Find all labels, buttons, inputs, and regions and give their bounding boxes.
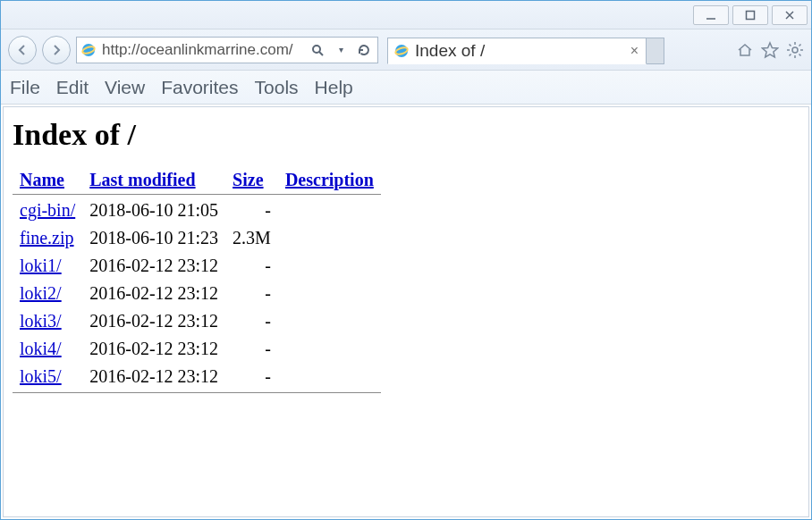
file-desc xyxy=(278,252,381,280)
search-icon xyxy=(311,44,324,56)
file-size: - xyxy=(225,307,278,335)
home-icon xyxy=(736,41,754,59)
table-row: loki1/ 2016-02-12 23:12 - xyxy=(13,252,381,280)
file-modified: 2016-02-12 23:12 xyxy=(82,252,225,280)
svg-marker-10 xyxy=(763,43,778,57)
file-desc xyxy=(278,363,381,390)
file-desc xyxy=(278,307,381,335)
col-name[interactable]: Name xyxy=(20,170,64,189)
back-arrow-icon xyxy=(15,43,30,57)
tools-button[interactable] xyxy=(786,41,804,59)
close-window-button[interactable] xyxy=(772,5,808,25)
file-modified: 2016-02-12 23:12 xyxy=(82,280,225,307)
maximize-button[interactable] xyxy=(732,5,768,25)
menu-bar: File Edit View Favorites Tools Help xyxy=(1,71,811,105)
url-dropdown-button[interactable]: ▾ xyxy=(331,40,351,60)
file-size: - xyxy=(225,280,278,307)
table-row: loki5/ 2016-02-12 23:12 - xyxy=(13,363,381,390)
toolbar-right xyxy=(736,41,804,59)
menu-file[interactable]: File xyxy=(10,77,40,98)
file-size: - xyxy=(225,335,278,363)
chevron-down-icon: ▾ xyxy=(339,45,343,55)
menu-help[interactable]: Help xyxy=(315,77,353,98)
directory-listing: Name Last modified Size Description cgi-… xyxy=(13,168,381,395)
file-link[interactable]: loki4/ xyxy=(20,339,62,358)
table-row: cgi-bin/ 2018-06-10 21:05 - xyxy=(13,197,381,224)
forward-button[interactable] xyxy=(42,36,71,64)
file-link[interactable]: loki5/ xyxy=(20,366,62,386)
home-button[interactable] xyxy=(736,41,754,59)
page-heading: Index of / xyxy=(13,118,799,152)
menu-edit[interactable]: Edit xyxy=(56,77,89,98)
page-content: Index of / Name Last modified Size Descr… xyxy=(3,106,809,517)
favorites-button[interactable] xyxy=(761,41,779,59)
menu-tools[interactable]: Tools xyxy=(255,77,299,98)
col-desc[interactable]: Description xyxy=(285,170,374,189)
tab-title: Index of / xyxy=(415,41,485,61)
minimize-icon xyxy=(705,9,717,21)
svg-point-6 xyxy=(313,46,320,53)
file-link[interactable]: loki1/ xyxy=(20,256,62,275)
file-size: - xyxy=(225,363,278,390)
ie-logo-icon xyxy=(80,42,97,58)
file-modified: 2016-02-12 23:12 xyxy=(82,335,225,363)
svg-point-11 xyxy=(792,47,798,53)
file-modified: 2016-02-12 23:12 xyxy=(82,307,225,335)
close-icon xyxy=(783,9,796,21)
menu-view[interactable]: View xyxy=(105,77,145,98)
file-link[interactable]: loki3/ xyxy=(20,311,62,331)
file-modified: 2018-06-10 21:23 xyxy=(82,224,225,252)
file-link[interactable]: cgi-bin/ xyxy=(20,200,75,220)
table-row: loki3/ 2016-02-12 23:12 - xyxy=(13,307,381,335)
ie-logo-icon xyxy=(393,43,410,59)
browser-window: ▾ Index of / × xyxy=(0,0,812,520)
tab-active[interactable]: Index of / × xyxy=(387,38,647,64)
col-size[interactable]: Size xyxy=(233,170,263,189)
file-desc xyxy=(278,335,381,363)
file-link[interactable]: fine.zip xyxy=(20,228,74,247)
table-row: loki4/ 2016-02-12 23:12 - xyxy=(13,335,381,363)
col-modified[interactable]: Last modified xyxy=(89,170,195,189)
address-bar: ▾ xyxy=(76,37,378,63)
table-row: loki2/ 2016-02-12 23:12 - xyxy=(13,280,381,307)
file-desc xyxy=(278,197,381,224)
search-button[interactable] xyxy=(308,40,327,60)
tab-bar: Index of / × xyxy=(387,36,723,64)
minimize-button[interactable] xyxy=(693,5,729,25)
table-row: fine.zip 2018-06-10 21:23 2.3M xyxy=(13,224,381,252)
refresh-button[interactable] xyxy=(354,40,374,60)
svg-rect-1 xyxy=(747,11,755,19)
file-modified: 2016-02-12 23:12 xyxy=(82,363,225,390)
menu-favorites[interactable]: Favorites xyxy=(161,77,238,98)
url-input[interactable] xyxy=(100,40,304,60)
star-icon xyxy=(761,41,779,59)
gear-icon xyxy=(786,41,804,59)
titlebar xyxy=(1,1,811,29)
file-desc xyxy=(278,280,381,307)
maximize-icon xyxy=(744,9,757,21)
forward-arrow-icon xyxy=(49,43,63,57)
nav-toolbar: ▾ Index of / × xyxy=(1,29,811,71)
file-desc xyxy=(278,224,381,252)
file-size: - xyxy=(225,252,278,280)
tab-close-button[interactable]: × xyxy=(630,43,639,59)
back-button[interactable] xyxy=(8,36,37,64)
file-modified: 2018-06-10 21:05 xyxy=(82,197,225,224)
file-link[interactable]: loki2/ xyxy=(20,283,62,303)
file-size: 2.3M xyxy=(225,224,278,252)
table-header: Name Last modified Size Description xyxy=(13,168,381,192)
file-size: - xyxy=(225,197,278,224)
refresh-icon xyxy=(357,43,371,57)
new-tab-button[interactable] xyxy=(647,38,664,64)
svg-line-7 xyxy=(319,52,323,55)
